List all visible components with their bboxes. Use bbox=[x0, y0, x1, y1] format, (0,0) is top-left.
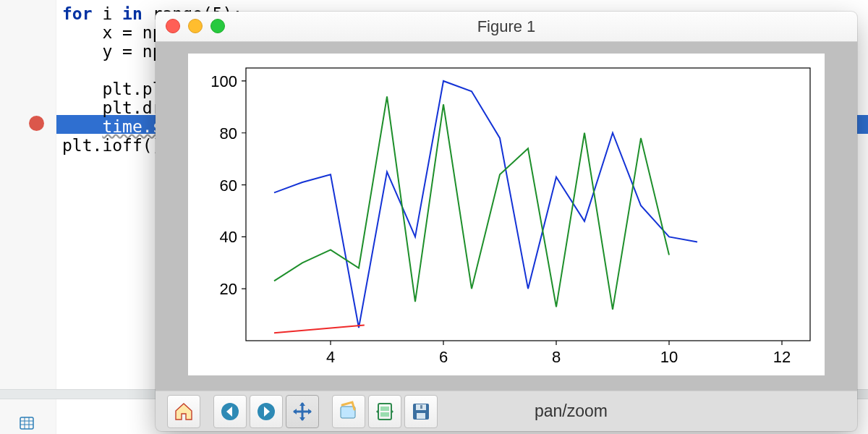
svg-text:40: 40 bbox=[220, 228, 237, 246]
svg-rect-36 bbox=[417, 413, 425, 419]
svg-text:80: 80 bbox=[220, 124, 237, 142]
close-icon[interactable] bbox=[166, 19, 180, 33]
plot-area[interactable]: 204060801004681012 bbox=[188, 54, 825, 375]
window-title: Figure 1 bbox=[477, 17, 536, 36]
forward-button[interactable] bbox=[250, 395, 283, 428]
figure-toolbar: pan/zoom bbox=[156, 391, 857, 431]
configure-subplots-button[interactable] bbox=[368, 395, 401, 428]
statusbar-table-icon[interactable] bbox=[19, 415, 35, 431]
svg-text:60: 60 bbox=[220, 176, 237, 195]
pan-button[interactable] bbox=[286, 395, 319, 428]
breakpoint-icon[interactable] bbox=[29, 116, 44, 131]
minimize-icon[interactable] bbox=[188, 19, 203, 33]
svg-text:10: 10 bbox=[660, 348, 678, 366]
maximize-icon[interactable] bbox=[210, 19, 225, 33]
svg-text:6: 6 bbox=[439, 348, 448, 366]
window-titlebar[interactable]: Figure 1 bbox=[156, 12, 857, 42]
svg-text:20: 20 bbox=[220, 280, 237, 298]
home-button[interactable] bbox=[167, 395, 200, 428]
svg-text:12: 12 bbox=[773, 348, 791, 366]
svg-rect-32 bbox=[380, 407, 389, 411]
svg-rect-0 bbox=[20, 417, 33, 429]
figure-window: Figure 1 204060801004681012 bbox=[156, 12, 857, 431]
save-button[interactable] bbox=[404, 395, 438, 428]
zoom-button[interactable] bbox=[332, 395, 365, 428]
back-button[interactable] bbox=[213, 395, 247, 428]
svg-text:8: 8 bbox=[552, 348, 561, 366]
window-traffic-lights bbox=[166, 19, 225, 33]
svg-rect-5 bbox=[246, 68, 810, 341]
toolbar-status: pan/zoom bbox=[535, 401, 608, 421]
svg-text:4: 4 bbox=[326, 348, 335, 366]
editor-gutter bbox=[0, 0, 56, 434]
svg-rect-33 bbox=[380, 412, 389, 417]
svg-text:100: 100 bbox=[210, 72, 237, 90]
svg-rect-37 bbox=[420, 405, 422, 409]
svg-rect-31 bbox=[378, 404, 391, 420]
